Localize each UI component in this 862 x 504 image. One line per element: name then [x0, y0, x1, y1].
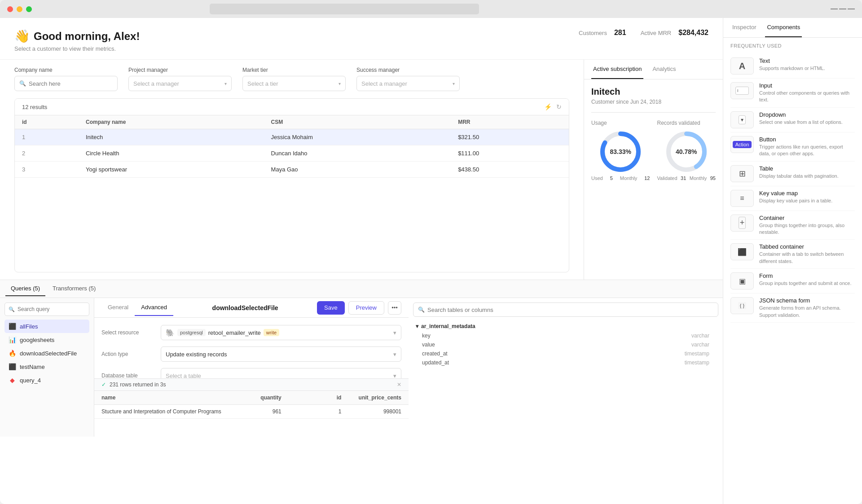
- result-price: 998001: [341, 408, 401, 415]
- component-item-container[interactable]: + Container Group things together into g…: [730, 211, 855, 240]
- preview-button[interactable]: Preview: [348, 301, 384, 315]
- write-badge: write: [264, 329, 279, 336]
- tab-components[interactable]: Components: [765, 18, 802, 37]
- query-item-allFiles[interactable]: ⬛ allFiles: [4, 320, 89, 333]
- tab-general[interactable]: General: [101, 299, 135, 316]
- field-name: created_at: [422, 351, 448, 357]
- query-icon: 🔥: [8, 349, 16, 357]
- component-info: Text Supports markdown or HTML.: [759, 57, 855, 72]
- component-desc: Generate forms from an API schema. Suppo…: [759, 305, 855, 319]
- tab-active-subscription[interactable]: Active subscription: [591, 60, 643, 79]
- minimize-button[interactable]: [17, 6, 22, 12]
- component-item-dropdown[interactable]: ▾ Dropdown Select one value from a list …: [730, 108, 855, 132]
- company-name-filter: Company name 🔍: [14, 67, 118, 91]
- component-info: Input Control other components or querie…: [759, 82, 855, 104]
- data-table: id Company name CSM MRR 1 Initech Jessic…: [15, 115, 569, 178]
- component-name: Text: [759, 57, 855, 64]
- project-manager-select[interactable]: Select a manager ▾: [128, 76, 232, 91]
- stat-monthly-label-1: Monthly: [690, 175, 707, 181]
- tab-advanced[interactable]: Advanced: [135, 299, 173, 316]
- action-type-control[interactable]: Update existing records ▾: [161, 346, 401, 362]
- bottom-panel: Queries (5) Transformers (5) 🔍 ⬛ allFile…: [0, 280, 723, 437]
- table-container: 12 results ⚡ ↻ id Compan: [14, 98, 569, 272]
- middle-section: Company name 🔍 Project manager Select a …: [0, 60, 723, 280]
- metrics-grid: Usage 83.33% Used 5 Monthly 12 Records v…: [584, 113, 723, 188]
- tab-inspector[interactable]: Inspector: [730, 18, 758, 37]
- tab-queries[interactable]: Queries (5): [5, 281, 45, 296]
- db-table-placeholder: Select a table: [166, 373, 391, 379]
- chevron-down-icon-2: ▾: [339, 81, 341, 86]
- schema-search-input[interactable]: [427, 307, 713, 313]
- greeting-row: 👋 Good morning, Alex! Select a customer …: [14, 29, 708, 52]
- titlebar-search[interactable]: [210, 4, 479, 14]
- col-id: id: [15, 115, 79, 129]
- col-csm: CSM: [264, 115, 451, 129]
- component-info: JSON schema form Generate forms from an …: [759, 297, 855, 319]
- component-desc: Control other components or queries with…: [759, 90, 855, 104]
- editor-tabs: General Advanced: [101, 299, 173, 316]
- query-search-input[interactable]: [18, 306, 85, 312]
- component-item-form[interactable]: ▣ Form Group inputs together and submit …: [730, 269, 855, 294]
- component-info: Key value map Display key value pairs in…: [759, 190, 855, 204]
- table-row[interactable]: 1 Initech Jessica Mohaim $321.50: [15, 129, 569, 145]
- component-item-tabbed-container[interactable]: ⬛ Tabbed container Container with a tab …: [730, 240, 855, 269]
- action-type-value: Update existing records: [166, 351, 391, 358]
- main-layout: 👋 Good morning, Alex! Select a customer …: [0, 18, 862, 504]
- tab-transformers[interactable]: Transformers (5): [47, 281, 101, 296]
- schema-table-ar_internal_metadata: ▾ ar_internal_metadata key varchar value…: [413, 321, 718, 367]
- more-options-button[interactable]: •••: [388, 301, 401, 315]
- field-type: varchar: [691, 342, 709, 348]
- component-icon: ▣: [730, 272, 754, 289]
- market-tier-label: Market tier: [242, 67, 346, 73]
- field-type: varchar: [691, 333, 709, 339]
- cell-csm: Jessica Mohaim: [264, 129, 451, 145]
- resource-label: Select resource: [101, 329, 155, 336]
- result-row: Stucture and Interpretation of Computer …: [94, 405, 409, 419]
- resource-control[interactable]: 🐘 postgresql retool_emailer_write write …: [161, 325, 401, 340]
- maximize-button[interactable]: [26, 6, 32, 12]
- tab-analytics[interactable]: Analytics: [651, 60, 677, 79]
- refresh-icon[interactable]: ↻: [556, 103, 562, 110]
- metric-stats-1: Validated 31 Monthly 95: [657, 175, 716, 181]
- status-message: 231 rows returned in 3s: [110, 381, 166, 388]
- component-item-table[interactable]: ⊞ Table Display tabular data with pagina…: [730, 162, 855, 186]
- component-item-json-schema-form[interactable]: { } JSON schema form Generate forms from…: [730, 294, 855, 323]
- component-item-button[interactable]: Action Button Trigger actions like run q…: [730, 132, 855, 162]
- query-item-googlesheets[interactable]: 📊 googlesheets: [4, 333, 89, 346]
- save-button[interactable]: Save: [317, 301, 345, 315]
- component-name: Input: [759, 82, 855, 89]
- filter-icon[interactable]: ⚡: [544, 103, 552, 110]
- table-row[interactable]: 3 Yogi sportswear Maya Gao $438.50: [15, 162, 569, 178]
- table-row[interactable]: 2 Circle Health Duncan Idaho $111.00: [15, 145, 569, 162]
- status-bar: ✓ 231 rows returned in 3s ✕: [94, 378, 409, 390]
- project-manager-label: Project manager: [128, 67, 232, 73]
- schema-table-name[interactable]: ▾ ar_internal_metadata: [413, 321, 718, 331]
- company-name-input[interactable]: [29, 80, 113, 87]
- search-icon-schema: 🔍: [418, 307, 425, 313]
- results-col-price: unit_price_cents: [341, 394, 401, 401]
- component-info: Container Group things together into gro…: [759, 215, 855, 236]
- customer-info: Initech Customer since Jun 24, 2018: [584, 79, 723, 112]
- component-item-key-value-map[interactable]: ≡ Key value map Display key value pairs …: [730, 186, 855, 211]
- query-item-testName[interactable]: ⬛ testName: [4, 360, 89, 373]
- query-name: allFiles: [20, 323, 38, 330]
- component-item-input[interactable]: I Input Control other components or quer…: [730, 79, 855, 108]
- query-item-query_4[interactable]: ◆ query_4: [4, 373, 89, 387]
- market-tier-select[interactable]: Select a tier ▾: [242, 76, 346, 91]
- success-manager-select[interactable]: Select a manager ▾: [356, 76, 460, 91]
- stat-used-label-1: Validated: [657, 175, 677, 181]
- query-search-wrapper[interactable]: 🔍: [4, 302, 89, 316]
- query-item-downloadSelectedFile[interactable]: 🔥 downloadSelectedFile: [4, 346, 89, 360]
- status-close-button[interactable]: ✕: [397, 381, 401, 388]
- resource-db-badge: postgresql: [177, 329, 206, 336]
- col-company: Company name: [79, 115, 264, 129]
- company-name-input-wrapper[interactable]: 🔍: [14, 76, 118, 91]
- result-qty: 961: [221, 408, 281, 415]
- greeting-emoji: 👋: [14, 29, 30, 44]
- db-table-control[interactable]: Select a table ▾: [161, 368, 401, 378]
- query-sidebar: 🔍 ⬛ allFiles 📊 googlesheets 🔥 downloadSe…: [0, 298, 94, 437]
- editor-title: downloadSelectedFile: [177, 304, 313, 311]
- schema-search-wrapper[interactable]: 🔍: [413, 302, 718, 317]
- component-item-text[interactable]: A Text Supports markdown or HTML.: [730, 54, 855, 79]
- close-button[interactable]: [7, 6, 13, 12]
